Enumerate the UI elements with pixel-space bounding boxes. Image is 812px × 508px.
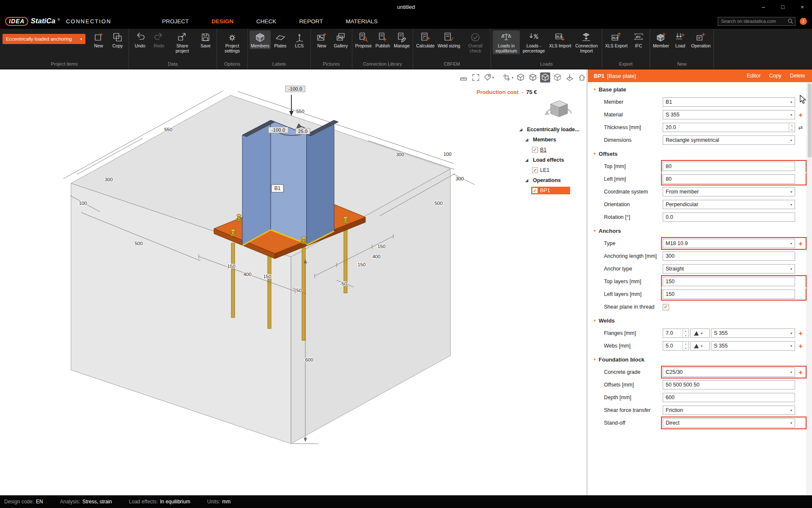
workplane-button[interactable] [565,72,575,83]
ribbon-button-propose[interactable]: Propose [354,30,373,49]
info-icon[interactable]: ! [800,18,807,25]
scrollbar-thumb[interactable] [808,83,812,157]
ribbon-button-members[interactable]: Members [250,30,271,49]
number-spinner[interactable]: 5.0▴▾ [663,341,689,351]
wireframe-view-button[interactable] [516,72,526,83]
ribbon-button-new[interactable]: New [313,30,331,49]
add-button[interactable]: + [798,330,803,337]
spinner-up-icon[interactable]: ▴ [683,341,689,346]
ribbon-button-new[interactable]: New [89,30,108,49]
clipping-dropdown-button[interactable]: ▾ [502,72,513,83]
ribbon-button-xls-export[interactable]: XLSXLS Export [604,30,629,49]
menu-tab-design[interactable]: DESIGN [211,18,233,25]
dimensions-toggle-button[interactable] [458,72,469,83]
navigation-cube[interactable] [543,94,575,126]
ribbon-button-member[interactable]: Member [652,30,671,49]
text-input[interactable]: 0.0 [663,213,795,222]
spinner-up-icon[interactable]: ▴ [789,123,795,127]
ribbon-button-save[interactable]: Save [196,30,215,49]
spinner-down-icon[interactable]: ▾ [789,127,795,132]
3d-viewport[interactable]: B1 -100.0550550-100.025.0300100300300100… [0,69,586,495]
tree-item-operations[interactable]: ◢Operations [519,175,584,185]
dropdown-select[interactable]: Friction▾ [663,406,795,415]
home-view-button[interactable] [577,72,586,83]
text-input[interactable]: 150 [663,277,795,286]
menu-tab-project[interactable]: PROJECT [162,18,189,25]
header-action-delete[interactable]: Delete [790,73,805,79]
collapse-chevron-icon[interactable]: ▾ [594,87,596,91]
zoom-fit-button[interactable] [471,72,481,83]
spinner-down-icon[interactable]: ▾ [683,333,689,338]
header-action-editor[interactable]: Editor [747,73,761,79]
transparent-view-button[interactable] [552,72,562,83]
ribbon-button-undo[interactable]: Undo [131,30,149,49]
ribbon-button-ifc[interactable]: IFCIFC [629,30,648,49]
dropdown-select[interactable]: Rectangle symmetrical▾ [663,135,795,145]
dropdown-select[interactable]: Perpendicular▾ [663,200,795,209]
close-button[interactable]: × [793,0,812,14]
tree-checkbox[interactable]: ✓ [532,167,538,173]
add-button[interactable]: + [798,342,803,350]
add-button[interactable]: + [798,369,803,376]
tree-item-le1[interactable]: ✓LE1 [519,165,584,175]
tree-expander-icon[interactable]: ◢ [525,158,530,162]
swap-direction-button[interactable]: ⇄ [798,124,803,131]
collapse-chevron-icon[interactable]: ▾ [594,229,596,233]
dropdown-select[interactable]: Direct▾ [663,418,795,428]
dropdown-select[interactable]: From member▾ [663,187,795,196]
section-header-offsets[interactable]: ▾Offsets [588,147,807,160]
text-input[interactable]: 150 [663,290,795,299]
section-header-foundation-block[interactable]: ▾Foundation block [588,353,807,366]
tree-checkbox[interactable]: ✓ [532,188,538,193]
menu-tab-check[interactable]: CHECK [256,18,276,25]
tree-expander-icon[interactable]: ◢ [519,127,524,132]
menu-tab-materials[interactable]: MATERIALS [346,18,378,25]
section-header-base-plate[interactable]: ▾Base plate [588,83,807,96]
ribbon-button-plates[interactable]: Plates [271,30,290,49]
text-input[interactable]: 50 500 500 50 [663,380,795,389]
dropdown-select[interactable]: S 355▾ [711,329,795,338]
shaded-view-button[interactable] [540,72,550,83]
weld-type-dropdown[interactable]: ▾ [690,329,710,338]
dropdown-select[interactable]: Straight▾ [663,264,795,273]
add-button[interactable]: + [798,240,803,247]
maximize-button[interactable]: □ [773,0,793,14]
hidden-line-view-button[interactable] [528,72,538,83]
minimize-button[interactable]: – [754,0,773,14]
checkbox-checked[interactable]: ✓ [663,304,669,310]
section-header-welds[interactable]: ▾Welds [588,314,807,327]
tree-expander-icon[interactable]: ◢ [525,138,530,142]
ribbon-button-manage[interactable]: Manage [392,30,411,49]
tree-checkbox[interactable]: ✓ [532,147,538,153]
connection-preset-dropdown[interactable]: Eccentrically loaded anchoring▾ [3,34,85,44]
ribbon-button-loads-percentage[interactable]: Loads - percentage [520,30,547,54]
ribbon-button-calculate[interactable]: Calculate [415,30,436,49]
labels-dropdown-button[interactable]: ▾ [483,72,494,83]
number-spinner[interactable]: 7.0▴▾ [663,329,689,338]
ribbon-button-operation[interactable]: Operation [690,30,712,49]
properties-scrollbar[interactable] [807,82,812,495]
header-action-copy[interactable]: Copy [769,73,782,79]
ribbon-button-load[interactable]: Load [671,30,689,49]
spinner-buttons[interactable]: ▴▾ [789,123,795,132]
ribbon-button-loads-in-equilibrium[interactable]: Loads in equilibrium [493,30,520,54]
section-header-anchors[interactable]: ▾Anchors [588,224,807,237]
3d-scene-canvas[interactable]: B1 -100.0550550-100.025.0300100300300100… [0,69,586,495]
ribbon-button-connection-import[interactable]: Connection Import [573,30,600,54]
dropdown-select[interactable]: S 355▾ [663,110,795,119]
search-input[interactable] [718,17,796,26]
text-input[interactable]: 300 [663,251,795,261]
spinner-buttons[interactable]: ▴▾ [683,341,689,351]
collapse-chevron-icon[interactable]: ▾ [594,152,596,156]
tree-item-bp1[interactable]: ✓BP1 [519,185,584,196]
dropdown-select[interactable]: C25/30▾ [663,367,795,377]
ribbon-button-gallery[interactable]: Gallery [332,30,350,49]
dropdown-select[interactable]: M18 10.9▾ [663,239,795,248]
text-input[interactable]: 80 [663,174,795,184]
tree-item-members[interactable]: ◢Members [519,135,584,145]
tree-item-eccentrically-loade[interactable]: ◢Eccentrically loade... [519,124,584,135]
ribbon-button-copy[interactable]: Copy [108,30,127,49]
spinner-down-icon[interactable]: ▾ [683,346,689,351]
text-input[interactable]: 80 [663,162,795,171]
dropdown-select[interactable]: B1▾ [663,97,795,107]
